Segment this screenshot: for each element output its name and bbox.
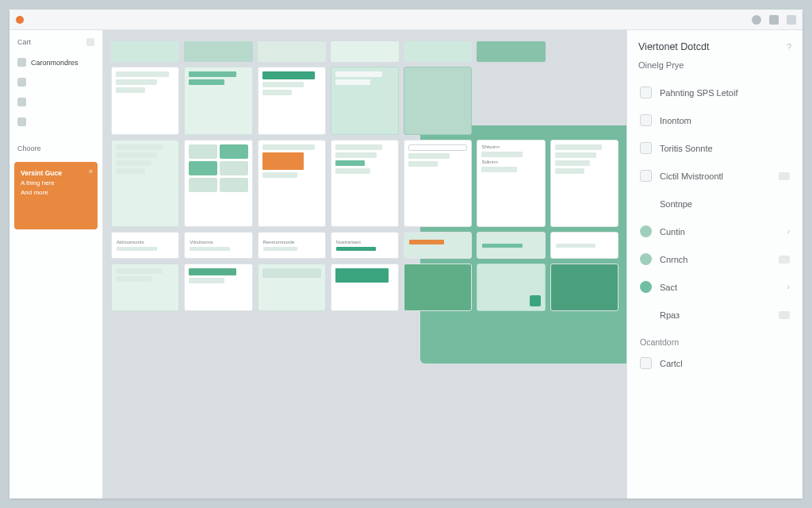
window-dot-icon[interactable] — [16, 16, 24, 24]
doc-icon — [640, 114, 652, 126]
promo-line: And more — [21, 188, 91, 198]
sidebar-item-label: Caronmondres — [31, 59, 79, 67]
doc-icon — [640, 87, 652, 98]
header-tile[interactable] — [184, 41, 252, 62]
panel-item-label: Rраз — [660, 310, 680, 320]
sidebar-item-4[interactable] — [14, 114, 98, 130]
doc-icon — [640, 357, 652, 369]
panel-title-row: Viertonet Dotcdt ? — [638, 41, 791, 52]
promo-card[interactable]: × Versint Guce A thing here And more — [14, 162, 98, 229]
user-avatar-icon[interactable] — [752, 15, 761, 25]
panel-item-label: Cictil Mvistroontl — [660, 171, 723, 181]
template-card[interactable] — [111, 67, 179, 135]
template-card[interactable] — [404, 140, 472, 227]
sidebar-title: Cart — [17, 38, 31, 46]
main-row: Cart Caronmondres Choore × — [10, 30, 802, 498]
menu-icon[interactable] — [787, 15, 796, 25]
blank-icon — [640, 198, 652, 210]
sidebar-collapse-icon[interactable] — [86, 38, 94, 46]
panel-item-label: Sontnpe — [660, 199, 692, 209]
titlebar-actions — [752, 15, 796, 25]
help-icon[interactable]: ? — [787, 42, 791, 52]
sidebar-section-label: Choore — [14, 141, 98, 154]
template-card[interactable] — [404, 232, 472, 259]
template-card[interactable] — [477, 264, 545, 311]
panel-item-label: Cnrnch — [660, 255, 688, 264]
titlebar — [10, 10, 802, 30]
template-grid: ShbotnnSditnnn — [103, 140, 619, 227]
template-card[interactable] — [550, 264, 619, 311]
header-tile[interactable] — [331, 41, 399, 62]
template-card[interactable]: ShbotnnSditnnn — [477, 140, 545, 227]
window-controls — [16, 16, 24, 24]
panel-item-label: Cuntin — [660, 227, 685, 237]
circle-icon — [640, 281, 652, 293]
template-card[interactable]: Aldmonsonts — [111, 232, 179, 259]
template-card[interactable] — [331, 67, 399, 135]
panel-item-label: Sact — [660, 283, 677, 292]
template-grid — [103, 264, 619, 311]
template-card[interactable] — [184, 264, 252, 311]
sidebar-item-2[interactable] — [14, 74, 98, 90]
promo-line: A thing here — [21, 179, 91, 188]
header-tile[interactable] — [477, 41, 545, 62]
template-card[interactable]: Vilndnonns — [184, 232, 252, 259]
template-card[interactable] — [404, 264, 472, 311]
template-card[interactable] — [331, 264, 399, 311]
thumbnail-icon — [779, 172, 790, 180]
right-panel: Viertonet Dotcdt ? Oinelg Prye Pahnting … — [626, 30, 802, 498]
panel-item[interactable]: Sact› — [638, 274, 791, 300]
folder-icon — [17, 58, 26, 67]
panel-title: Viertonet Dotcdt — [638, 41, 709, 52]
panel-item[interactable]: Sontnpe — [638, 190, 791, 217]
close-icon[interactable]: × — [89, 167, 93, 178]
panel-section-label: Ocantdorn — [638, 329, 791, 348]
panel-item-label: Pahnting SPS Letoif — [660, 88, 737, 98]
list-icon — [17, 98, 26, 106]
template-card[interactable] — [550, 140, 619, 227]
template-card[interactable] — [258, 140, 326, 227]
header-tiles — [103, 41, 619, 67]
panel-item[interactable]: Cnrnch — [638, 246, 791, 272]
panel-item[interactable]: Toritis Sonnte — [638, 135, 791, 161]
sidebar: Cart Caronmondres Choore × — [10, 30, 103, 498]
template-card[interactable]: Nostrantant — [331, 232, 399, 259]
template-card[interactable] — [477, 232, 545, 259]
template-card[interactable]: Renmomnorde — [258, 232, 326, 259]
panel-item[interactable]: Inontom — [638, 107, 791, 133]
panel-item[interactable]: Cartcl — [638, 350, 791, 376]
panel-item[interactable]: Rраз — [638, 302, 791, 328]
template-card[interactable] — [258, 264, 326, 311]
template-card[interactable] — [184, 140, 252, 227]
panel-item-label: Cartcl — [660, 359, 683, 368]
template-card[interactable] — [550, 232, 619, 259]
template-card[interactable] — [404, 67, 472, 135]
header-tile[interactable] — [111, 41, 179, 62]
doc-icon — [640, 142, 652, 154]
blank-icon — [640, 309, 652, 321]
template-card[interactable] — [111, 140, 179, 227]
panel-item[interactable]: Cictil Mvistroontl — [638, 163, 791, 189]
header-tile[interactable] — [404, 41, 472, 62]
template-card[interactable] — [111, 264, 179, 311]
template-card[interactable] — [258, 67, 326, 135]
canvas-inner: ShbotnnSditnnn Aldmonsonts Vilndnonns Re… — [103, 30, 626, 498]
sidebar-item-main[interactable]: Caronmondres — [14, 54, 98, 71]
template-grid — [103, 67, 619, 135]
grid-icon[interactable] — [769, 15, 779, 25]
chevron-right-icon: › — [787, 283, 790, 291]
label-strip: Aldmonsonts Vilndnonns Renmomnorde Nostr… — [103, 227, 619, 259]
canvas[interactable]: ShbotnnSditnnn Aldmonsonts Vilndnonns Re… — [103, 30, 626, 498]
panel-item[interactable]: Pahnting SPS Letoif — [638, 79, 791, 106]
panel-item-label: Toritis Sonnte — [660, 144, 713, 153]
template-card[interactable] — [331, 140, 399, 227]
doc-icon — [17, 78, 26, 87]
circle-icon — [640, 253, 652, 265]
sidebar-item-3[interactable] — [14, 94, 98, 110]
header-tile[interactable] — [258, 41, 326, 62]
app-window: Cart Caronmondres Choore × — [10, 10, 802, 498]
thumbnail-icon — [779, 256, 790, 264]
panel-item[interactable]: Cuntin› — [638, 218, 791, 244]
card-icon — [640, 170, 652, 182]
template-card[interactable] — [184, 67, 252, 135]
